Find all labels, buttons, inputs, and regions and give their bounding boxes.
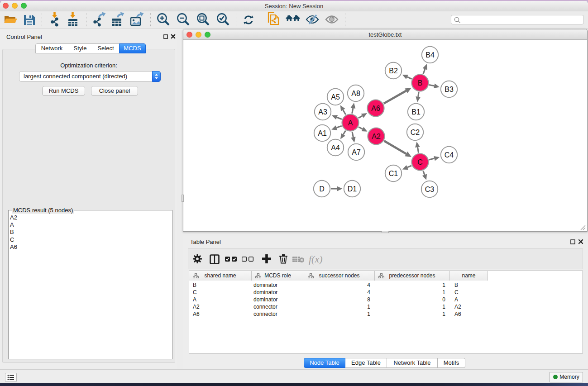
svg-text:B: B (418, 79, 423, 87)
svg-text:C3: C3 (425, 186, 435, 193)
svg-text:A3: A3 (318, 108, 327, 116)
svg-text:C2: C2 (411, 129, 420, 136)
svg-text:B3: B3 (445, 86, 454, 93)
svg-text:D1: D1 (348, 185, 357, 193)
svg-text:A7: A7 (352, 148, 361, 156)
svg-text:C: C (417, 158, 423, 166)
svg-text:A1: A1 (318, 129, 327, 137)
svg-text:C1: C1 (389, 170, 398, 177)
svg-text:A5: A5 (331, 93, 340, 101)
svg-text:D: D (319, 185, 325, 193)
svg-text:A4: A4 (331, 144, 340, 152)
svg-text:B4: B4 (425, 51, 435, 59)
svg-text:C4: C4 (445, 151, 454, 159)
svg-text:A6: A6 (371, 105, 380, 112)
svg-text:A: A (348, 119, 353, 127)
svg-text:B1: B1 (411, 108, 421, 116)
svg-text:A8: A8 (351, 90, 360, 97)
svg-text:B2: B2 (389, 67, 398, 75)
svg-text:A2: A2 (372, 133, 381, 140)
